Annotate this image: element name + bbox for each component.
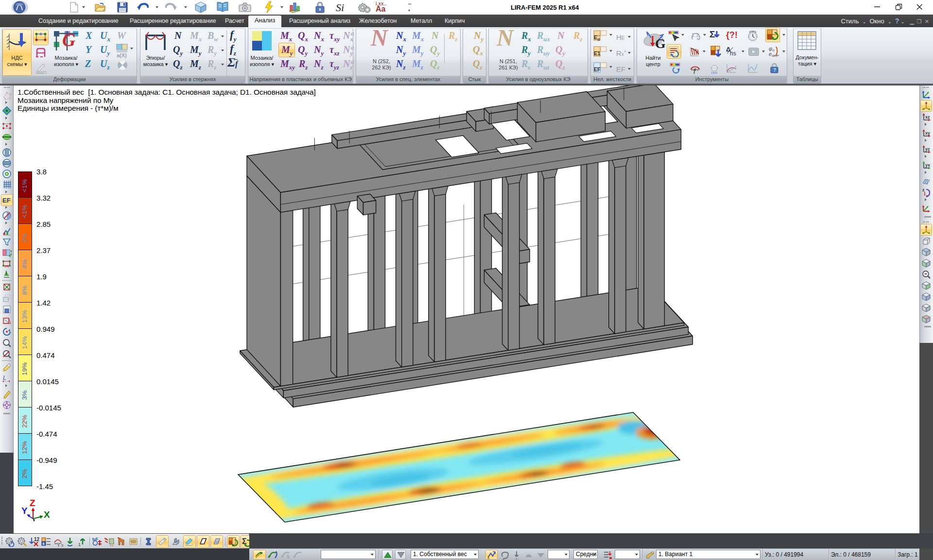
svg-text:yx: yx [925,163,930,168]
svg-text:Y: Y [21,506,28,516]
svg-text:xy: xy [925,131,930,136]
svg-text:5: 5 [287,554,290,560]
svg-text:Σ: Σ [709,29,715,39]
svg-text:z: z [922,187,925,192]
svg-text:yz: yz [925,147,930,152]
svg-text:1.2: 1.2 [691,32,699,38]
svg-text:L: L [3,374,6,381]
svg-text:1.2: 1.2 [57,543,64,547]
svg-text:?: ? [773,68,776,73]
svg-text:2: 2 [43,538,45,542]
svg-text:EF: EF [2,197,11,204]
svg-text:{?!}: {?!} [726,30,738,40]
svg-text:Z: Z [30,498,35,508]
svg-text:xz: xz [925,115,930,119]
svg-text:X: X [44,509,50,520]
svg-text:6: 6 [43,542,45,545]
svg-text:hs: hs [730,50,736,57]
svg-text:1: 1 [78,542,81,547]
svg-text:12: 12 [34,537,39,542]
